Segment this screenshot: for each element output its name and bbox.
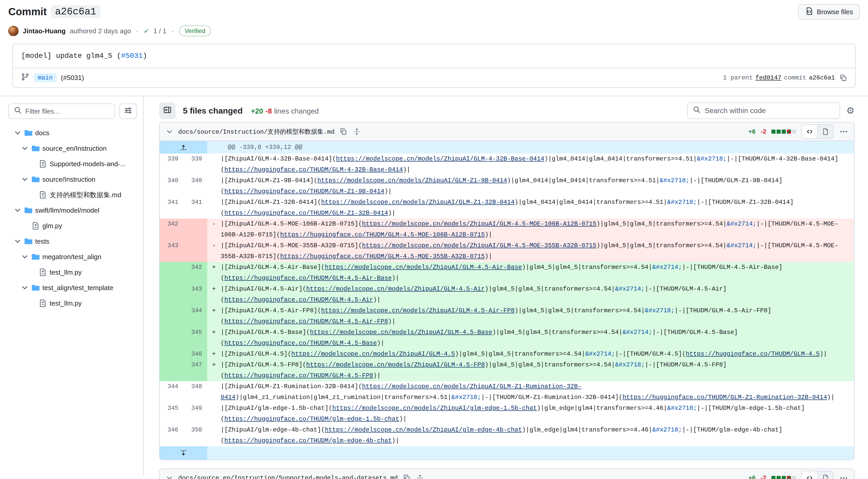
branch-name-pill[interactable]: main bbox=[34, 73, 57, 82]
diff-marker: + bbox=[207, 327, 221, 349]
diff-text: )| bbox=[388, 210, 396, 216]
diff-text: ( bbox=[221, 210, 224, 216]
diff-text: |-|[THUDM/GLM-Z1-Rumination-32B-0414]( bbox=[481, 394, 622, 401]
unfold-file-icon[interactable] bbox=[415, 473, 425, 479]
old-line-number[interactable] bbox=[160, 305, 183, 327]
tree-folder-docs[interactable]: docs bbox=[8, 125, 137, 141]
new-line-number[interactable]: 341 bbox=[183, 197, 207, 218]
copy-icon[interactable] bbox=[840, 74, 847, 81]
new-line-number[interactable]: 345 bbox=[183, 327, 207, 349]
old-line-number[interactable] bbox=[160, 284, 183, 305]
diff-code: |[ZhipuAI/glm-edge-4b-chat](https://mode… bbox=[221, 424, 854, 446]
diff-text: |[ZhipuAI/GLM-4-32B-Base-0414]( bbox=[221, 156, 336, 162]
diff-line-new-346: 346+|[ZhipuAI/GLM-4.5](https://modelscop… bbox=[160, 349, 854, 360]
diff-file-path[interactable]: docs/source_en/Instruction/Supported-mod… bbox=[178, 475, 398, 479]
gear-icon[interactable]: ⚙ bbox=[846, 106, 855, 115]
diff-marker bbox=[207, 153, 221, 175]
old-line-number[interactable]: 339 bbox=[160, 153, 183, 175]
copy-path-icon[interactable] bbox=[402, 473, 411, 479]
file-diff-icon bbox=[39, 268, 47, 276]
diff-text: )| bbox=[373, 372, 381, 379]
search-icon bbox=[693, 106, 701, 115]
tree-file--md[interactable]: 支持的模型和数据集.md bbox=[8, 187, 137, 203]
diff-text: )|glm4_5|glm4_5|transformers>=4.54| bbox=[596, 220, 727, 227]
diff-url: https://huggingface.co/THUDM/GLM-4.5-MOE… bbox=[280, 253, 485, 260]
tree-folder-megatron-test-align[interactable]: megatron/test_align bbox=[8, 249, 137, 265]
unfold-file-icon[interactable] bbox=[352, 127, 362, 136]
old-line-number[interactable] bbox=[160, 262, 183, 284]
diff-url: https://huggingface.co/THUDM/GLM-4.5 bbox=[686, 350, 819, 357]
diff-text: ( bbox=[221, 415, 224, 422]
source-view-button[interactable] bbox=[802, 471, 817, 479]
old-line-number[interactable]: 340 bbox=[160, 175, 183, 197]
pr-link[interactable]: #5031 bbox=[121, 52, 143, 60]
old-line-number[interactable]: 346 bbox=[160, 424, 183, 446]
source-view-button[interactable] bbox=[802, 125, 817, 138]
chevron-down-icon[interactable] bbox=[165, 473, 174, 479]
new-line-number[interactable]: 343 bbox=[183, 284, 207, 305]
tree-folder-swift-llm-model-model[interactable]: swift/llm/model/model bbox=[8, 203, 137, 218]
old-line-number[interactable] bbox=[160, 349, 183, 360]
new-line-number[interactable]: 349 bbox=[183, 403, 207, 424]
old-line-number[interactable]: 341 bbox=[160, 197, 183, 218]
chevron-down-icon bbox=[13, 237, 22, 245]
new-line-number[interactable]: 344 bbox=[183, 305, 207, 327]
diff-text: )| bbox=[373, 296, 381, 303]
kebab-menu-icon[interactable] bbox=[839, 127, 849, 137]
new-line-number[interactable] bbox=[183, 240, 207, 262]
kebab-menu-icon[interactable] bbox=[839, 473, 849, 479]
old-line-number[interactable]: 343 bbox=[160, 240, 183, 262]
diff-text: ( bbox=[221, 318, 224, 325]
diff-entity: &#x2714; bbox=[622, 329, 652, 336]
rich-view-button[interactable] bbox=[817, 125, 833, 138]
tree-folder-source-instruction[interactable]: source/Instruction bbox=[8, 172, 137, 187]
old-line-number[interactable] bbox=[160, 360, 183, 381]
diff-line-new-339: 339339|[ZhipuAI/GLM-4-32B-Base-0414](htt… bbox=[160, 153, 854, 175]
tree-file-test-llm-py[interactable]: test_llm.py bbox=[8, 265, 137, 280]
tree-options-button[interactable] bbox=[119, 103, 137, 119]
browse-files-button[interactable]: Browse files bbox=[798, 4, 860, 20]
diff-text: )|glm4_0414|glm4_0414|transformers>=4.51… bbox=[544, 156, 697, 162]
new-line-number[interactable]: 348 bbox=[183, 381, 207, 403]
copy-path-icon[interactable] bbox=[339, 127, 348, 136]
diff-file-header: docs/source_en/Instruction/Supported-mod… bbox=[160, 469, 854, 479]
collapse-sidebar-button[interactable] bbox=[159, 102, 176, 119]
author-name[interactable]: Jintao-Huang bbox=[23, 27, 66, 35]
new-line-number[interactable]: 339 bbox=[183, 153, 207, 175]
old-line-number[interactable]: 345 bbox=[160, 403, 183, 424]
diff-file-path[interactable]: docs/source/Instruction/支持的模型和数据集.md bbox=[178, 128, 335, 136]
code-search-input[interactable] bbox=[705, 107, 834, 115]
total-additions: +20 bbox=[251, 107, 263, 115]
verified-badge[interactable]: Verified bbox=[179, 26, 211, 36]
new-line-number[interactable]: 346 bbox=[183, 349, 207, 360]
parent-sha-link[interactable]: fed0147 bbox=[755, 74, 781, 81]
avatar[interactable] bbox=[8, 26, 19, 36]
old-line-number[interactable] bbox=[160, 327, 183, 349]
folder-icon bbox=[32, 144, 40, 152]
diff-text: )|glm4_5|glm4_5|transformers>=4.54| bbox=[455, 350, 585, 357]
new-line-number[interactable]: 347 bbox=[183, 360, 207, 381]
chevron-down-icon[interactable] bbox=[165, 127, 174, 136]
new-line-number[interactable]: 342 bbox=[183, 262, 207, 284]
old-line-number[interactable]: 344 bbox=[160, 381, 183, 403]
new-line-number[interactable]: 350 bbox=[183, 424, 207, 446]
old-line-number[interactable]: 342 bbox=[160, 218, 183, 240]
code-search-field bbox=[687, 102, 840, 119]
tree-file-glm-py[interactable]: glm.py bbox=[8, 218, 137, 234]
tree-file-test-llm-py[interactable]: test_llm.py bbox=[8, 296, 137, 311]
diff-line-new-343: 343+|[ZhipuAI/GLM-4.5-Air](https://model… bbox=[160, 284, 854, 305]
diff-text: )| bbox=[403, 166, 410, 173]
expand-up-button[interactable] bbox=[160, 141, 207, 153]
expand-down-button[interactable] bbox=[160, 446, 207, 459]
rich-view-button[interactable] bbox=[817, 471, 833, 479]
tree-folder-source-en-instruction[interactable]: source_en/Instruction bbox=[8, 141, 137, 156]
new-line-number[interactable]: 340 bbox=[183, 175, 207, 197]
diff-file-header: docs/source/Instruction/支持的模型和数据集.md +6 … bbox=[160, 123, 854, 141]
checks-count[interactable]: 1 / 1 bbox=[153, 27, 167, 35]
new-line-number[interactable] bbox=[183, 218, 207, 240]
filter-files-input[interactable] bbox=[25, 107, 110, 115]
tree-folder-tests[interactable]: tests bbox=[8, 234, 137, 249]
tree-file-supported-models-and-[interactable]: Supported-models-and-... bbox=[8, 156, 137, 172]
tree-folder-test-align-test-template[interactable]: test_align/test_template bbox=[8, 280, 137, 296]
diff-text: 106B-A12B-0715]( bbox=[221, 231, 280, 238]
